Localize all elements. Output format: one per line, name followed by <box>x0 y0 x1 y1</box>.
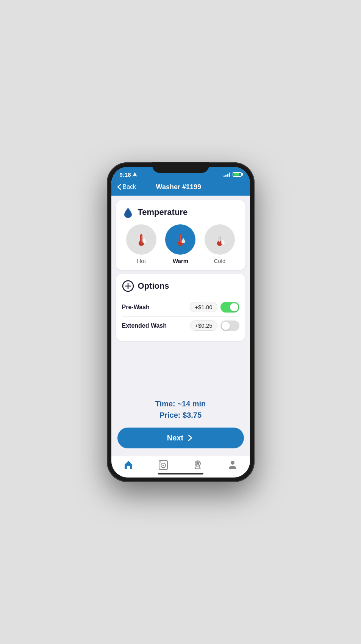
home-indicator <box>158 473 203 474</box>
temp-option-hot[interactable]: Hot <box>126 224 156 264</box>
spacer <box>116 345 245 388</box>
options-card: Options Pre-Wash +$1.00 Extended Wash <box>116 274 245 341</box>
price-summary: Price: $3.75 <box>116 409 245 421</box>
back-chevron-icon <box>117 184 121 190</box>
temp-circle-cold <box>205 224 235 255</box>
options-card-header: Options <box>122 280 239 292</box>
next-button-label: Next <box>167 434 183 442</box>
temperature-title: Temperature <box>138 207 188 217</box>
pre-wash-price: +$1.00 <box>190 302 217 312</box>
notch <box>152 162 209 173</box>
water-drop-icon <box>122 206 134 218</box>
options-title: Options <box>138 281 169 291</box>
nav-title: Washer #1199 <box>136 183 221 191</box>
status-time: 9:18 <box>120 171 137 178</box>
tab-rewards[interactable] <box>192 459 203 470</box>
nav-bar: Back Washer #1199 <box>111 180 250 196</box>
rewards-icon <box>192 459 203 470</box>
pre-wash-controls: +$1.00 <box>190 302 239 313</box>
main-content: Temperature <box>111 196 250 456</box>
back-button[interactable]: Back <box>117 184 136 190</box>
plus-circle-icon <box>122 280 134 292</box>
svg-rect-6 <box>180 235 181 242</box>
summary-section: Time: ~14 min Price: $3.75 <box>116 392 245 424</box>
temp-circle-warm <box>165 224 195 255</box>
tab-washer[interactable] <box>158 459 169 470</box>
temp-option-cold[interactable]: Cold <box>205 224 235 264</box>
battery-icon <box>233 172 242 177</box>
home-icon <box>123 459 134 470</box>
extended-wash-label: Extended Wash <box>122 322 167 329</box>
pre-wash-label: Pre-Wash <box>122 304 150 311</box>
temperature-options: Hot Warm <box>122 224 239 264</box>
time-summary: Time: ~14 min <box>116 398 245 409</box>
option-row-extended-wash: Extended Wash +$0.25 <box>122 316 239 335</box>
tab-profile[interactable] <box>227 459 238 470</box>
svg-rect-3 <box>141 235 142 242</box>
extended-wash-price: +$0.25 <box>190 320 217 331</box>
next-chevron-icon <box>186 434 194 442</box>
temperature-card-header: Temperature <box>122 206 239 218</box>
phone-screen: 9:18 <box>111 167 250 478</box>
temp-option-warm[interactable]: Warm <box>165 224 195 264</box>
status-icons <box>223 172 242 177</box>
extended-wash-controls: +$0.25 <box>190 320 239 331</box>
thermometer-cold-icon <box>211 231 228 248</box>
svg-point-21 <box>231 461 234 465</box>
thermometer-hot-icon <box>133 231 150 248</box>
signal-bars-icon <box>223 172 230 177</box>
option-row-pre-wash: Pre-Wash +$1.00 <box>122 298 239 316</box>
svg-marker-0 <box>133 172 137 177</box>
back-label: Back <box>123 184 136 190</box>
extended-wash-toggle[interactable] <box>220 320 239 331</box>
washer-icon <box>158 459 169 470</box>
svg-rect-9 <box>219 237 220 242</box>
tab-home[interactable] <box>123 459 134 470</box>
temp-label-warm: Warm <box>173 258 188 264</box>
thermometer-warm-icon <box>172 231 189 248</box>
temperature-card: Temperature <box>116 200 245 270</box>
pre-wash-toggle[interactable] <box>220 302 239 313</box>
location-icon <box>133 172 137 177</box>
temp-circle-hot <box>126 224 156 255</box>
phone-frame: 9:18 <box>107 162 255 482</box>
temp-label-cold: Cold <box>214 258 225 264</box>
profile-icon <box>227 459 238 470</box>
svg-point-15 <box>163 465 164 466</box>
temp-label-hot: Hot <box>137 258 145 264</box>
svg-point-16 <box>160 461 161 462</box>
next-button[interactable]: Next <box>117 428 244 448</box>
